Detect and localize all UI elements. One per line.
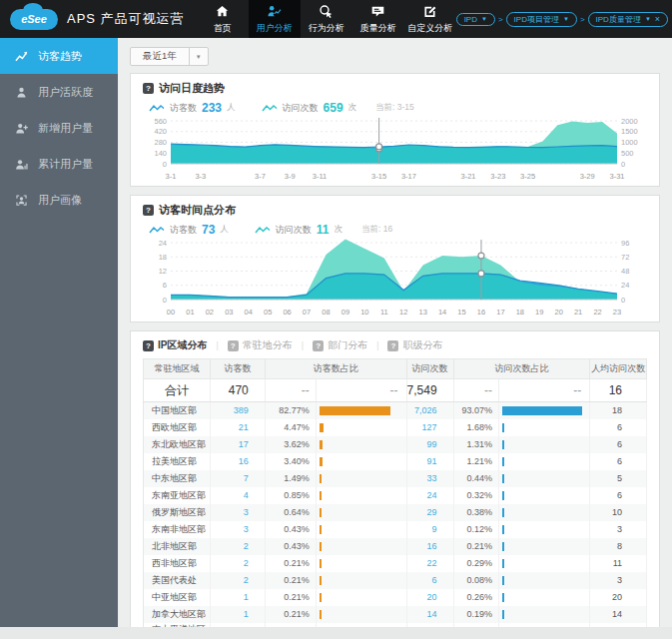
current-marker-label: 当前: 16 xyxy=(361,224,392,236)
visitors-count-link[interactable]: 1 xyxy=(244,609,249,619)
chevron-down-icon[interactable]: ▼ xyxy=(645,16,651,22)
visits-count-link[interactable]: 33 xyxy=(427,473,437,483)
sidebar-item-3[interactable]: 累计用户量 xyxy=(0,146,118,182)
visitors-count-link[interactable]: 3 xyxy=(244,507,249,517)
nav-item-2[interactable]: 行为分析 xyxy=(301,0,352,38)
avg-visits: 11 xyxy=(590,555,647,572)
tab-label: 常驻地分布 xyxy=(243,338,293,352)
chevron-down-icon[interactable]: ▼ xyxy=(481,16,487,22)
visitors-count-link[interactable]: 21 xyxy=(239,422,249,432)
tab-0[interactable]: ?IP区域分布 xyxy=(143,338,207,352)
help-icon[interactable]: ? xyxy=(143,83,154,94)
visitors-value: 73 xyxy=(202,223,215,237)
visitors-count-link[interactable]: 1 xyxy=(244,592,249,602)
visits-count-link[interactable]: 9 xyxy=(432,524,437,534)
visits-pct-bar xyxy=(502,508,504,517)
visits-pct-bar xyxy=(502,423,504,432)
region-name: 东南非地区部 xyxy=(144,521,211,538)
visitors-count-link[interactable]: 4 xyxy=(244,490,249,500)
table-row: 北非地区部20.43%160.21%8 xyxy=(144,538,647,555)
tab-3[interactable]: ?职级分布 xyxy=(387,338,442,352)
nav-item-4[interactable]: 自定义分析 xyxy=(404,0,456,38)
col-visitors-pct: 访客数占比 xyxy=(265,359,406,379)
table-row: 东北欧地区部173.62%991.31%6 xyxy=(144,436,647,453)
visits-count-link[interactable]: 99 xyxy=(427,439,437,449)
avg-visits: 6 xyxy=(590,487,647,504)
breadcrumb-pill-1[interactable]: IPD项目管理▼ xyxy=(506,12,577,27)
visits-count-link[interactable]: 91 xyxy=(427,456,437,466)
table-row: 美国代表处20.21%60.08%3 xyxy=(144,572,647,589)
sidebar-item-4[interactable]: 用户画像 xyxy=(0,182,118,218)
nav-item-1[interactable]: 用户分析 xyxy=(249,0,301,38)
visits-count-link[interactable]: 29 xyxy=(427,507,437,517)
visitors-count-link[interactable]: 17 xyxy=(239,439,249,449)
tab-1[interactable]: ?常驻地分布 xyxy=(228,338,293,352)
header-right: IPD▼>IPD项目管理▼>IPD质量管理▼× 超级管理员 xyxy=(456,0,672,38)
nav-label: 用户分析 xyxy=(257,22,293,35)
visitors-pct-bar xyxy=(320,457,323,466)
visitors-count-link[interactable]: 2 xyxy=(244,541,249,551)
visits-pct: 0.12% xyxy=(453,521,498,538)
visitors-label: 访客数 xyxy=(170,102,197,115)
panel-title: ? 访问日度趋势 xyxy=(143,81,647,96)
visitors-count-link[interactable]: 3 xyxy=(244,524,249,534)
tab-separator: | xyxy=(376,340,378,350)
visits-count-link[interactable]: 7,026 xyxy=(414,405,437,415)
visits-count-link[interactable]: 14 xyxy=(427,609,437,619)
user-active-icon xyxy=(15,86,28,99)
visitors-count-link[interactable]: 2 xyxy=(244,575,249,585)
region-name: 西非地区部 xyxy=(144,555,211,572)
tab-2[interactable]: ?部门分布 xyxy=(313,338,367,352)
nav-label: 自定义分析 xyxy=(407,22,452,35)
visits-count-link[interactable]: 24 xyxy=(427,490,437,500)
tab-separator: | xyxy=(302,340,304,350)
region-name: 俄罗斯地区部 xyxy=(144,504,211,521)
visitors-count-link[interactable]: 389 xyxy=(234,405,249,415)
main-nav: 首页用户分析行为分析质量分析自定义分析 xyxy=(197,0,456,38)
svg-text:280: 280 xyxy=(154,138,167,147)
esee-logo[interactable]: eSee xyxy=(0,0,58,38)
visitors-pct-bar xyxy=(320,542,322,551)
visits-count-link[interactable]: 20 xyxy=(427,592,437,602)
visits-count-link[interactable]: 22 xyxy=(427,558,437,568)
date-range-label: 最近1年 xyxy=(131,48,189,65)
visitors-count-link[interactable]: 2 xyxy=(244,558,249,568)
visits-value: 11 xyxy=(317,223,330,237)
visits-pct: 0.26% xyxy=(453,589,498,606)
region-name: 中亚地区部 xyxy=(144,589,211,606)
behavior-icon xyxy=(319,4,334,19)
visitors-count-link[interactable]: 16 xyxy=(239,456,249,466)
wave-blue-icon xyxy=(149,104,165,113)
daily-trend-title: 访问日度趋势 xyxy=(159,81,225,96)
tab-separator: | xyxy=(216,340,218,350)
breadcrumb-pill-0[interactable]: IPD▼ xyxy=(456,13,495,26)
visits-count-link[interactable]: 127 xyxy=(422,422,437,432)
hourly-chart[interactable]: 00624124818722496 0001020304050607080910… xyxy=(143,238,647,319)
svg-text:48: 48 xyxy=(621,267,629,276)
daily-trend-chart[interactable]: 00140500280100042015005602000 3-13-33-73… xyxy=(143,116,647,183)
help-icon[interactable]: ? xyxy=(143,205,154,216)
sidebar-item-0[interactable]: 访客趋势 xyxy=(0,38,118,74)
chevron-down-icon[interactable]: ▼ xyxy=(189,48,208,65)
visitors-count-link[interactable]: 7 xyxy=(244,473,249,483)
visitors-value: 233 xyxy=(202,101,222,115)
nav-item-0[interactable]: 首页 xyxy=(197,0,249,38)
date-range-button[interactable]: 最近1年 ▼ xyxy=(130,47,209,66)
close-icon[interactable]: × xyxy=(655,15,660,24)
nav-item-3[interactable]: 质量分析 xyxy=(352,0,404,38)
quality-icon xyxy=(370,4,385,19)
avg-visits: 18 xyxy=(590,402,647,419)
chevron-down-icon[interactable]: ▼ xyxy=(563,16,569,22)
help-icon: ? xyxy=(228,340,239,351)
top-header: eSee APS 产品可视运营 首页用户分析行为分析质量分析自定义分析 IPD▼… xyxy=(0,0,672,38)
table-row: 东南非地区部30.43%90.12%3 xyxy=(144,521,647,538)
visits-count-link[interactable]: 6 xyxy=(432,575,437,585)
visitors-pct: 0.21% xyxy=(265,606,316,623)
sidebar-item-1[interactable]: 用户活跃度 xyxy=(0,74,118,110)
tab-label: 职级分布 xyxy=(402,338,442,352)
help-icon: ? xyxy=(387,340,398,351)
sidebar-item-2[interactable]: 新增用户量 xyxy=(0,110,118,146)
visits-label: 访问次数 xyxy=(283,102,319,115)
visits-count-link[interactable]: 16 xyxy=(427,541,437,551)
breadcrumb-pill-2[interactable]: IPD质量管理▼× xyxy=(588,12,669,27)
